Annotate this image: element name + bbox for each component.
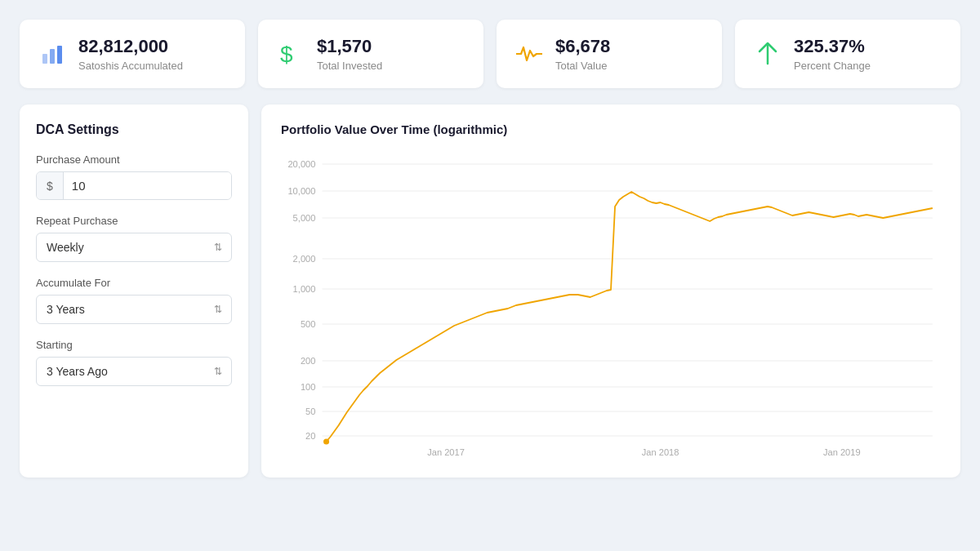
portfolio-chart: 20,000 10,000 5,000 2,000 1,000 500 200 … bbox=[281, 149, 941, 460]
total-value-label: Total Value bbox=[555, 60, 610, 72]
svg-text:2,000: 2,000 bbox=[293, 254, 316, 264]
accumulate-for-group: Accumulate For 1 Year 2 Years 3 Years 4 … bbox=[36, 277, 232, 324]
chart-start-dot bbox=[323, 439, 329, 445]
percent-change-value: 325.37% bbox=[794, 36, 871, 57]
percent-change-text: 325.37% Percent Change bbox=[794, 36, 871, 72]
arrow-up-icon bbox=[753, 39, 782, 69]
purchase-amount-label: Purchase Amount bbox=[36, 153, 232, 166]
top-cards-row: 82,812,000 Satoshis Accumulated $ $1,570… bbox=[20, 20, 960, 88]
pulse-icon bbox=[514, 39, 544, 69]
total-invested-value: $1,570 bbox=[317, 36, 382, 57]
chart-title: Portfolio Value Over Time (logarithmic) bbox=[281, 122, 941, 136]
svg-rect-2 bbox=[57, 46, 62, 64]
total-value-card: $6,678 Total Value bbox=[497, 20, 722, 88]
svg-text:Jan 2017: Jan 2017 bbox=[427, 447, 465, 457]
chart-panel: Portfolio Value Over Time (logarithmic) … bbox=[261, 104, 960, 478]
satoshis-card: 82,812,000 Satoshis Accumulated bbox=[20, 20, 245, 88]
percent-change-card: 325.37% Percent Change bbox=[735, 20, 960, 88]
dollar-prefix: $ bbox=[37, 172, 64, 199]
svg-text:50: 50 bbox=[305, 407, 315, 416]
repeat-select[interactable]: Daily Weekly Monthly bbox=[36, 233, 232, 262]
total-value-value: $6,678 bbox=[555, 36, 610, 57]
svg-text:500: 500 bbox=[301, 319, 316, 329]
purchase-amount-group: Purchase Amount $ .00 bbox=[36, 153, 232, 200]
total-value-text: $6,678 Total Value bbox=[555, 36, 610, 72]
dollar-icon: $ bbox=[276, 39, 305, 69]
chart-container: 20,000 10,000 5,000 2,000 1,000 500 200 … bbox=[281, 149, 941, 460]
purchase-amount-input[interactable] bbox=[64, 172, 232, 199]
portfolio-line bbox=[327, 192, 933, 442]
total-invested-text: $1,570 Total Invested bbox=[317, 36, 382, 72]
svg-text:Jan 2018: Jan 2018 bbox=[642, 447, 679, 457]
svg-text:5,000: 5,000 bbox=[293, 213, 316, 223]
svg-text:1,000: 1,000 bbox=[293, 284, 316, 294]
accumulate-select[interactable]: 1 Year 2 Years 3 Years 4 Years 5 Years bbox=[36, 295, 232, 324]
svg-text:Jan 2019: Jan 2019 bbox=[823, 447, 861, 457]
svg-text:10,000: 10,000 bbox=[287, 186, 315, 196]
satoshis-label: Satoshis Accumulated bbox=[78, 60, 183, 72]
total-invested-card: $ $1,570 Total Invested bbox=[258, 20, 483, 88]
settings-panel: DCA Settings Purchase Amount $ .00 Repea… bbox=[20, 104, 248, 478]
bars-icon bbox=[38, 39, 67, 69]
total-invested-label: Total Invested bbox=[317, 60, 382, 72]
accumulate-select-wrapper: 1 Year 2 Years 3 Years 4 Years 5 Years ⇅ bbox=[36, 295, 232, 324]
svg-rect-1 bbox=[50, 49, 55, 64]
settings-title: DCA Settings bbox=[36, 122, 232, 137]
repeat-select-wrapper: Daily Weekly Monthly ⇅ bbox=[36, 233, 232, 262]
bottom-section: DCA Settings Purchase Amount $ .00 Repea… bbox=[20, 104, 960, 478]
repeat-purchase-group: Repeat Purchase Daily Weekly Monthly ⇅ bbox=[36, 215, 232, 262]
starting-select-wrapper: 1 Year Ago 2 Years Ago 3 Years Ago 4 Yea… bbox=[36, 357, 232, 386]
satoshis-text: 82,812,000 Satoshis Accumulated bbox=[78, 36, 183, 72]
svg-text:20: 20 bbox=[305, 431, 315, 441]
svg-text:$: $ bbox=[280, 42, 293, 67]
repeat-purchase-label: Repeat Purchase bbox=[36, 215, 232, 227]
starting-group: Starting 1 Year Ago 2 Years Ago 3 Years … bbox=[36, 339, 232, 386]
svg-rect-0 bbox=[42, 54, 47, 64]
svg-text:20,000: 20,000 bbox=[287, 159, 315, 169]
svg-text:200: 200 bbox=[301, 356, 316, 366]
svg-text:100: 100 bbox=[301, 382, 316, 392]
purchase-amount-input-wrapper: $ .00 bbox=[36, 171, 232, 200]
satoshis-value: 82,812,000 bbox=[78, 36, 183, 57]
accumulate-for-label: Accumulate For bbox=[36, 277, 232, 289]
percent-change-label: Percent Change bbox=[794, 60, 871, 72]
starting-select[interactable]: 1 Year Ago 2 Years Ago 3 Years Ago 4 Yea… bbox=[36, 357, 232, 386]
starting-label: Starting bbox=[36, 339, 232, 351]
